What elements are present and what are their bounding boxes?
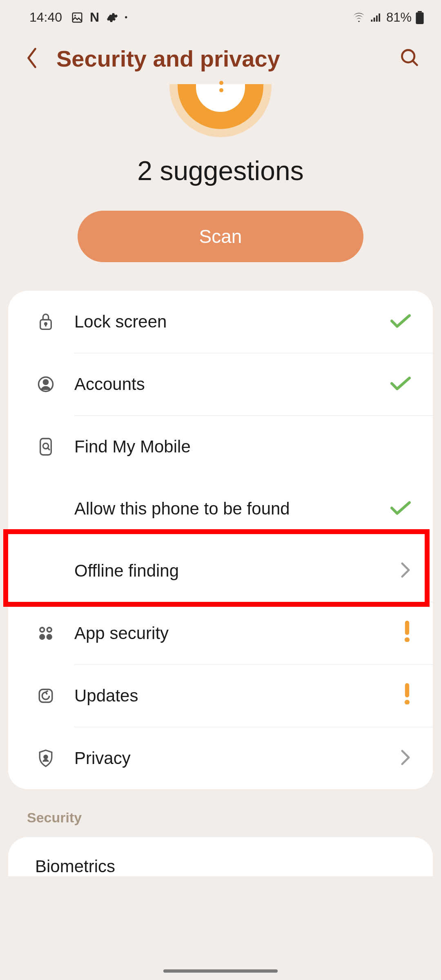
privacy-label: Privacy <box>74 748 400 768</box>
privacy-shield-icon <box>36 749 56 768</box>
lock-icon <box>36 312 56 332</box>
offline-finding-item[interactable]: Offline finding <box>8 540 433 602</box>
svg-rect-6 <box>418 11 422 12</box>
svg-point-23 <box>405 637 410 641</box>
accounts-label: Accounts <box>74 374 390 394</box>
gear-icon <box>106 11 118 24</box>
privacy-item[interactable]: Privacy <box>8 727 433 789</box>
svg-line-9 <box>413 60 417 65</box>
svg-rect-3 <box>374 18 375 22</box>
header: Security and privacy <box>0 33 441 84</box>
status-right: 81% <box>352 10 424 25</box>
account-icon <box>36 376 56 393</box>
allow-found-item[interactable]: Allow this phone to be found <box>8 478 433 540</box>
svg-rect-7 <box>416 12 423 24</box>
check-icon <box>390 313 411 330</box>
svg-rect-15 <box>40 439 51 455</box>
security-section-label: Security <box>0 789 441 837</box>
svg-rect-4 <box>376 16 378 22</box>
chevron-right-icon <box>400 561 411 580</box>
svg-point-19 <box>47 628 52 632</box>
battery-percent: 81% <box>386 10 412 25</box>
allow-found-label: Allow this phone to be found <box>74 499 390 519</box>
image-icon <box>71 11 83 24</box>
biometrics-item[interactable]: Biometrics <box>8 837 433 876</box>
find-my-mobile-label: Find My Mobile <box>74 437 411 457</box>
scan-button[interactable]: Scan <box>78 211 363 262</box>
page-title: Security and privacy <box>56 45 382 72</box>
svg-point-1 <box>74 15 76 16</box>
suggestion-title: 2 suggestions <box>0 155 441 186</box>
apps-icon <box>36 625 56 642</box>
alert-icon <box>403 621 411 646</box>
svg-point-20 <box>40 635 45 639</box>
find-device-icon <box>36 437 56 457</box>
lock-screen-item[interactable]: Lock screen <box>8 291 433 353</box>
settings-card: Lock screen Accounts Find My Mobile Allo… <box>8 291 433 789</box>
alert-icon <box>403 683 411 709</box>
offline-finding-label: Offline finding <box>74 561 400 581</box>
suggestion-section: 2 suggestions Scan <box>0 84 441 291</box>
svg-point-14 <box>43 380 48 384</box>
check-icon <box>390 376 411 393</box>
back-button[interactable] <box>24 47 39 71</box>
app-security-label: App security <box>74 624 403 643</box>
home-indicator[interactable] <box>163 969 278 973</box>
svg-point-27 <box>44 755 47 759</box>
svg-point-18 <box>40 628 45 632</box>
svg-rect-5 <box>379 13 380 22</box>
shield-badge-icon <box>169 84 272 137</box>
check-icon <box>390 500 411 517</box>
chevron-right-icon <box>400 749 411 768</box>
security-card: Biometrics <box>8 837 433 876</box>
dot-icon: • <box>125 13 127 22</box>
svg-line-17 <box>48 448 50 450</box>
svg-rect-0 <box>73 13 82 22</box>
accounts-item[interactable]: Accounts <box>8 353 433 415</box>
svg-rect-24 <box>39 689 52 702</box>
lock-screen-label: Lock screen <box>74 312 390 332</box>
netflix-icon: N <box>90 10 99 25</box>
find-my-mobile-item[interactable]: Find My Mobile <box>8 416 433 478</box>
biometrics-label: Biometrics <box>35 857 411 876</box>
signal-icon <box>370 11 382 24</box>
svg-rect-2 <box>371 20 372 22</box>
svg-point-16 <box>43 443 48 449</box>
svg-point-26 <box>405 699 410 704</box>
battery-icon <box>416 11 424 24</box>
status-left: 14:40 N • <box>29 10 127 25</box>
updates-item[interactable]: Updates <box>8 665 433 727</box>
status-time: 14:40 <box>29 10 62 25</box>
updates-label: Updates <box>74 686 403 706</box>
updates-icon <box>36 687 56 704</box>
svg-rect-25 <box>405 683 409 697</box>
search-button[interactable] <box>399 47 421 70</box>
svg-rect-22 <box>405 621 409 635</box>
svg-point-21 <box>47 635 52 639</box>
app-security-item[interactable]: App security <box>8 602 433 664</box>
status-bar: 14:40 N • 81% <box>0 0 441 33</box>
wifi-icon <box>352 11 366 24</box>
